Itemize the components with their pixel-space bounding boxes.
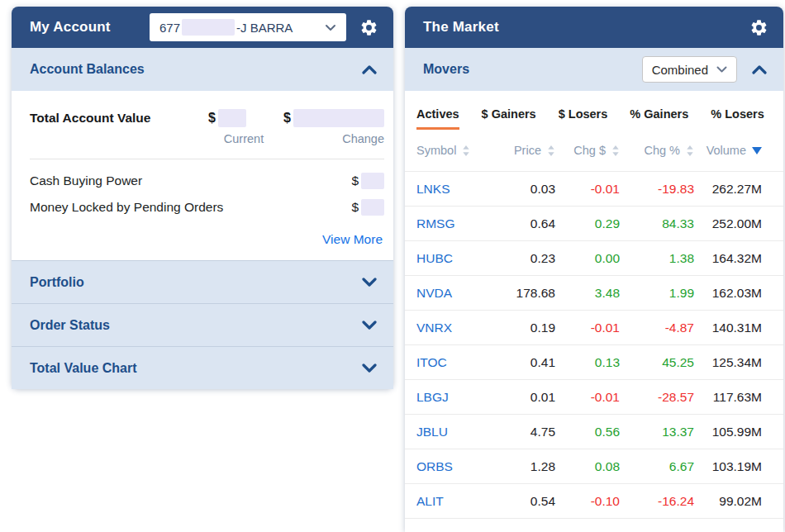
chg-dollar-cell: 0.29 xyxy=(555,216,620,231)
symbol-link[interactable]: LBGJ xyxy=(416,390,483,405)
chg-dollar-cell: 0.56 xyxy=(555,425,620,439)
price-cell: 0.19 xyxy=(483,321,555,335)
cash-buying-power-value: $ xyxy=(351,173,384,189)
section-title: Account Balances xyxy=(30,62,145,77)
currency-symbol: $ xyxy=(283,111,291,126)
redacted-value xyxy=(361,199,384,216)
section-title: Order Status xyxy=(30,318,110,333)
movers-tabs: Actives $ Gainers $ Losers % Gainers % L… xyxy=(405,91,783,130)
price-cell: 0.01 xyxy=(483,390,555,405)
sort-icon xyxy=(547,145,555,156)
volume-cell: 164.32M xyxy=(694,251,762,266)
table-row: ORBS 1.28 0.08 6.67 103.19M xyxy=(405,449,783,483)
section-movers: Movers Combined xyxy=(405,48,783,91)
settings-gear-icon[interactable] xyxy=(749,18,768,37)
chg-dollar-cell: -0.01 xyxy=(555,390,620,405)
panel-title: My Account xyxy=(30,19,111,36)
dashboard: My Account 677 -J BARRA Account Balances xyxy=(0,0,785,532)
chg-percent-cell: -16.24 xyxy=(620,494,694,509)
table-row: NVDA 178.68 3.48 1.99 162.03M xyxy=(405,275,783,310)
volume-cell: 262.27M xyxy=(694,182,762,197)
chg-dollar-cell: -0.10 xyxy=(555,494,620,509)
current-caption: Current xyxy=(224,132,264,145)
tab-percent-losers[interactable]: % Losers xyxy=(711,107,764,130)
movers-filter-dropdown[interactable]: Combined xyxy=(642,56,737,83)
my-account-header: My Account 677 -J BARRA xyxy=(12,7,393,48)
chevron-down-icon xyxy=(362,363,377,373)
col-header-symbol[interactable]: Symbol xyxy=(416,144,483,157)
tab-dollar-gainers[interactable]: $ Gainers xyxy=(482,107,536,130)
tab-percent-gainers[interactable]: % Gainers xyxy=(630,107,688,130)
chg-percent-cell: 13.37 xyxy=(620,425,694,439)
section-total-value-chart[interactable]: Total Value Chart xyxy=(12,346,393,389)
table-header: Symbol Price Chg $ Chg % Volume xyxy=(405,130,783,171)
chg-dollar-cell: -0.01 xyxy=(555,182,620,197)
symbol-link[interactable]: NVDA xyxy=(416,286,483,301)
chevron-up-icon xyxy=(362,65,377,74)
symbol-link[interactable]: LNKS xyxy=(416,182,483,197)
price-cell: 178.68 xyxy=(483,286,555,301)
chg-dollar-cell: 0.00 xyxy=(555,251,620,266)
symbol-link[interactable]: ORBS xyxy=(416,459,483,474)
chg-percent-cell: 45.25 xyxy=(620,355,694,370)
price-cell: 0.41 xyxy=(483,355,555,370)
symbol-link[interactable]: HUBC xyxy=(416,251,483,266)
table-row: JBLU 4.75 0.56 13.37 105.99M xyxy=(405,414,783,449)
chg-percent-cell: 1.99 xyxy=(620,286,694,301)
price-cell: 1.28 xyxy=(483,459,555,474)
chg-percent-cell: -4.87 xyxy=(620,321,694,335)
collapsed-sections: Portfolio Order Status Total Value Chart xyxy=(12,260,393,389)
col-label: Price xyxy=(514,144,541,157)
symbol-link[interactable]: ITOC xyxy=(416,355,483,370)
section-title: Total Value Chart xyxy=(30,361,137,376)
symbol-link[interactable]: ALIT xyxy=(416,494,483,509)
col-header-volume[interactable]: Volume xyxy=(694,144,762,157)
col-header-chg-percent[interactable]: Chg % xyxy=(620,144,694,157)
chevron-up-icon[interactable] xyxy=(752,65,767,74)
panel-title: The Market xyxy=(423,19,499,36)
chg-percent-cell: -19.83 xyxy=(620,182,694,197)
balance-line-item: Money Locked by Pending Orders $ xyxy=(12,194,393,221)
redacted-value xyxy=(218,109,246,127)
money-locked-label: Money Locked by Pending Orders xyxy=(30,200,223,215)
table-row: ALIT 0.54 -0.10 -16.24 99.02M xyxy=(405,483,783,518)
volume-cell: 140.31M xyxy=(694,321,762,335)
volume-cell: 99.02M xyxy=(694,494,762,509)
price-cell: 0.54 xyxy=(483,494,555,509)
section-order-status[interactable]: Order Status xyxy=(12,303,393,346)
volume-cell: 252.00M xyxy=(694,216,762,231)
chevron-down-icon xyxy=(362,321,377,330)
tab-dollar-losers[interactable]: $ Losers xyxy=(559,107,608,130)
volume-cell: 117.63M xyxy=(694,390,762,405)
sort-icon xyxy=(611,145,620,156)
account-name: -J BARRA xyxy=(236,21,293,35)
col-label: Chg $ xyxy=(573,144,606,157)
filter-selected-value: Combined xyxy=(652,63,708,77)
symbol-link[interactable]: JBLU xyxy=(416,425,483,439)
chevron-down-icon xyxy=(362,278,377,287)
col-header-chg-dollar[interactable]: Chg $ xyxy=(555,144,620,157)
chevron-down-icon xyxy=(716,66,727,73)
money-locked-value: $ xyxy=(351,199,384,216)
col-label: Volume xyxy=(706,144,746,157)
col-label: Chg % xyxy=(644,144,680,157)
view-more-link[interactable]: View More xyxy=(322,232,383,246)
volume-cell: 162.03M xyxy=(694,286,762,301)
account-selector-dropdown[interactable]: 677 -J BARRA xyxy=(150,13,346,41)
tab-actives[interactable]: Actives xyxy=(416,107,459,130)
section-portfolio[interactable]: Portfolio xyxy=(12,260,393,303)
col-header-price[interactable]: Price xyxy=(483,144,555,157)
chg-percent-cell: -28.57 xyxy=(620,390,694,405)
chg-percent-cell: 84.33 xyxy=(620,216,694,231)
symbol-link[interactable]: RMSG xyxy=(416,216,483,231)
account-balances-content: Total Account Value $ $ Current Change C… xyxy=(12,91,393,260)
redacted-value xyxy=(361,173,384,189)
volume-cell: 103.19M xyxy=(694,459,762,474)
table-row: LNKS 0.03 -0.01 -19.83 262.27M xyxy=(405,171,783,206)
change-caption: Change xyxy=(342,132,384,145)
section-account-balances[interactable]: Account Balances xyxy=(12,48,393,91)
account-number-prefix: 677 xyxy=(159,21,180,35)
symbol-link[interactable]: VNRX xyxy=(416,321,483,335)
settings-gear-icon[interactable] xyxy=(359,18,378,37)
change-value: $ xyxy=(283,109,384,127)
